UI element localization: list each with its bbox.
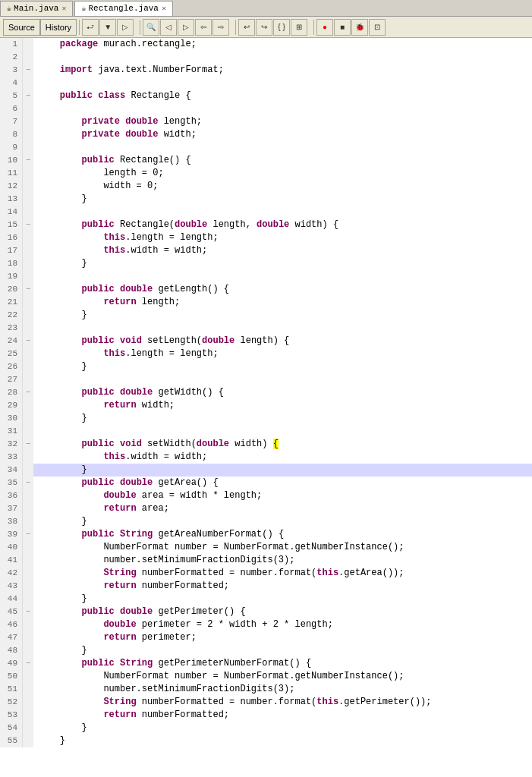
toolbar-btn-3[interactable]: ▷ [117, 19, 134, 36]
toolbar-btn-debug[interactable]: 🐞 [351, 19, 368, 36]
line-fold-15[interactable]: − [23, 219, 33, 231]
code-line-11[interactable]: 11 length = 0; [0, 167, 532, 180]
code-line-37[interactable]: 37 return area; [0, 502, 532, 515]
code-line-35[interactable]: 35− public double getArea() { [0, 477, 532, 489]
line-fold-35[interactable]: − [23, 477, 33, 489]
toolbar-btn-stop[interactable]: ■ [334, 19, 351, 36]
code-line-30[interactable]: 30 } [0, 412, 532, 425]
toolbar-btn-term[interactable]: ⊡ [369, 19, 386, 36]
code-line-6[interactable]: 6 [0, 102, 532, 115]
line-fold-49[interactable]: − [23, 657, 33, 670]
code-line-42[interactable]: 42 String numberFormatted = number.forma… [0, 567, 532, 580]
red-indicator-47 [529, 631, 532, 644]
toolbar-btn-1[interactable]: ⮐ [82, 19, 99, 36]
code-line-21[interactable]: 21 return length; [0, 296, 532, 309]
toolbar-btn-redo[interactable]: ↪ [256, 19, 272, 36]
toolbar-btn-run[interactable]: ● [316, 19, 333, 36]
code-line-10[interactable]: 10− public Rectangle() { [0, 154, 532, 167]
code-line-22[interactable]: 22 } [0, 309, 532, 322]
code-line-29[interactable]: 29 return width; [0, 399, 532, 412]
code-line-45[interactable]: 45− public double getPerimeter() { [0, 606, 532, 618]
code-line-55[interactable]: 55 } [0, 735, 532, 747]
code-line-39[interactable]: 39− public String getAreaNumberFormat() … [0, 528, 532, 541]
line-content-32: public void setWidth(double width) { [33, 438, 529, 451]
code-line-17[interactable]: 17 this.width = width; [0, 244, 532, 257]
code-line-40[interactable]: 40 NumberFormat number = NumberFormat.ge… [0, 541, 532, 554]
toolbar-btn-back[interactable]: ◁ [160, 19, 177, 36]
code-line-31[interactable]: 31 [0, 425, 532, 438]
code-line-18[interactable]: 18 } [0, 257, 532, 270]
code-line-14[interactable]: 14 [0, 206, 532, 219]
tab-main-java-close[interactable]: ✕ [61, 4, 66, 13]
toolbar-btn-4[interactable]: ⇦ [195, 19, 212, 36]
code-line-23[interactable]: 23 [0, 322, 532, 335]
line-fold-10[interactable]: − [23, 154, 33, 167]
code-line-51[interactable]: 51 number.setMinimumFractionDigits(3); [0, 683, 532, 696]
line-content-24: public void setLength(double length) { [33, 335, 529, 348]
code-line-20[interactable]: 20− public double getLength() { [0, 283, 532, 296]
code-line-19[interactable]: 19 [0, 270, 532, 283]
code-line-26[interactable]: 26 } [0, 360, 532, 373]
code-line-27[interactable]: 27 [0, 373, 532, 386]
code-line-54[interactable]: 54 } [0, 722, 532, 735]
toolbar-btn-search[interactable]: 🔍 [143, 19, 159, 36]
code-line-25[interactable]: 25 this.length = length; [0, 348, 532, 360]
code-line-3[interactable]: 3− import java.text.NumberFormat; [0, 64, 532, 77]
code-line-2[interactable]: 2 [0, 51, 532, 64]
code-line-48[interactable]: 48 } [0, 644, 532, 657]
toolbar-btn-2[interactable]: ▼ [99, 19, 116, 36]
code-line-32[interactable]: 32− public void setWidth(double width) { [0, 438, 532, 451]
code-line-15[interactable]: 15− public Rectangle(double length, doub… [0, 219, 532, 231]
code-line-44[interactable]: 44 } [0, 593, 532, 606]
tab-main-java[interactable]: ☕ Main.java ✕ [0, 1, 73, 16]
red-indicator-2 [529, 51, 532, 64]
line-content-45: public double getPerimeter() { [33, 606, 529, 618]
line-fold-5[interactable]: − [23, 90, 33, 102]
code-line-7[interactable]: 7 private double length; [0, 115, 532, 128]
code-line-4[interactable]: 4 [0, 77, 532, 90]
line-fold-39[interactable]: − [23, 528, 33, 541]
line-fold-45[interactable]: − [23, 606, 33, 618]
line-fold-24[interactable]: − [23, 335, 33, 348]
line-fold-52 [23, 696, 33, 709]
code-line-43[interactable]: 43 return numberFormatted; [0, 580, 532, 593]
code-line-8[interactable]: 8 private double width; [0, 128, 532, 141]
line-fold-32[interactable]: − [23, 438, 33, 451]
code-line-34[interactable]: 34 } [0, 464, 532, 477]
code-line-52[interactable]: 52 String numberFormatted = number.forma… [0, 696, 532, 709]
code-line-36[interactable]: 36 double area = width * length; [0, 489, 532, 502]
code-line-38[interactable]: 38 } [0, 515, 532, 528]
code-line-47[interactable]: 47 return perimeter; [0, 631, 532, 644]
code-line-12[interactable]: 12 width = 0; [0, 180, 532, 193]
toolbar-btn-5[interactable]: ⇨ [212, 19, 229, 36]
code-line-49[interactable]: 49− public String getPerimeterNumberForm… [0, 657, 532, 670]
history-button[interactable]: History [40, 19, 77, 36]
code-line-16[interactable]: 16 this.length = length; [0, 231, 532, 244]
toolbar-btn-undo[interactable]: ↩ [238, 19, 255, 36]
code-line-5[interactable]: 5− public class Rectangle { [0, 90, 532, 102]
toolbar-btn-forward[interactable]: ▷ [178, 19, 194, 36]
line-fold-20[interactable]: − [23, 283, 33, 296]
code-line-33[interactable]: 33 this.width = width; [0, 451, 532, 464]
line-number-37: 37 [0, 502, 23, 515]
code-line-13[interactable]: 13 } [0, 193, 532, 206]
toolbar-btn-expand[interactable]: ⊞ [291, 19, 307, 36]
code-line-1[interactable]: 1 package murach.rectangle; [0, 38, 532, 51]
code-line-53[interactable]: 53 return numberFormatted; [0, 709, 532, 722]
tab-rectangle-java-close[interactable]: ✕ [162, 4, 166, 13]
code-editor[interactable]: 1 package murach.rectangle;23− import ja… [0, 38, 532, 777]
code-line-46[interactable]: 46 double perimeter = 2 * width + 2 * le… [0, 618, 532, 631]
line-fold-3[interactable]: − [23, 64, 33, 77]
code-line-28[interactable]: 28− public double getWidth() { [0, 386, 532, 399]
red-indicator-45 [529, 606, 532, 618]
toolbar-group-2: 🔍 ◁ ▷ ⇦ ⇨ [143, 19, 230, 36]
line-fold-26 [23, 360, 33, 373]
toolbar-btn-match[interactable]: { } [273, 19, 290, 36]
source-button[interactable]: Source [3, 19, 40, 36]
code-line-9[interactable]: 9 [0, 141, 532, 154]
code-line-41[interactable]: 41 number.setMinimumFractionDigits(3); [0, 554, 532, 567]
code-line-50[interactable]: 50 NumberFormat number = NumberFormat.ge… [0, 670, 532, 683]
code-line-24[interactable]: 24− public void setLength(double length)… [0, 335, 532, 348]
line-fold-28[interactable]: − [23, 386, 33, 399]
tab-rectangle-java[interactable]: ☕ Rectangle.java ✕ [74, 1, 172, 16]
